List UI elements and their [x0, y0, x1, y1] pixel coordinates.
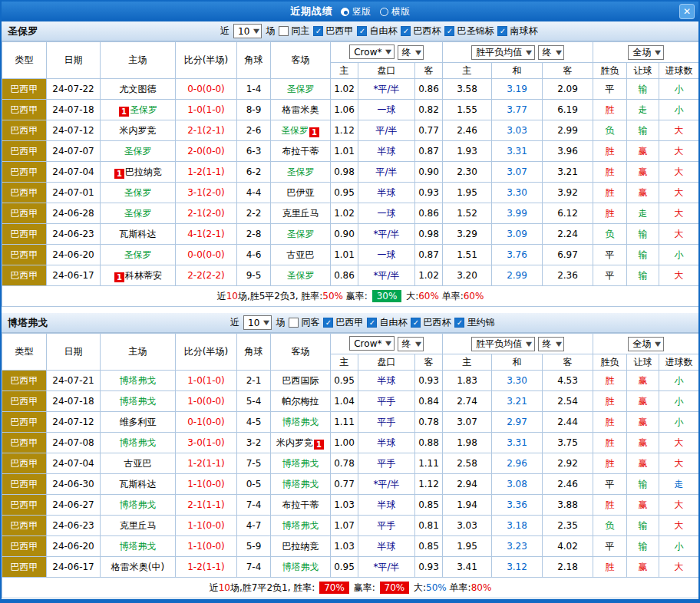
- team-name-text: 博塔弗戈: [120, 541, 157, 552]
- chevron-down-icon: ▼: [526, 49, 532, 56]
- away-odds-cell: 0.77: [415, 120, 443, 141]
- home-team-cell: 圣保罗: [101, 141, 176, 162]
- avg-home-cell: 2.58: [443, 453, 492, 474]
- corner-cell: 3-2: [237, 433, 271, 453]
- avg-draw-cell: 2.96: [492, 453, 543, 474]
- avg-away-cell: 2.92: [543, 453, 593, 474]
- goals-result-cell: 小: [659, 536, 699, 557]
- corner-cell: 2-1: [237, 371, 271, 391]
- goals-result-cell: 大: [659, 162, 699, 183]
- away-team-cell: 古亚巴: [271, 245, 331, 265]
- away-odds-cell: 0.86: [415, 203, 443, 224]
- team-name-text: 博塔弗戈: [120, 375, 157, 386]
- home-team-cell: 博塔弗戈: [101, 433, 176, 453]
- score-cell: 1-0(1-0): [176, 100, 237, 120]
- home-team-cell: 瓦斯科达: [101, 474, 176, 495]
- result-cell: 胜: [593, 391, 627, 412]
- handicap-result-cell: 输: [627, 265, 659, 286]
- odds-final-select[interactable]: 终▼: [398, 337, 424, 351]
- date-cell: 24-06-20: [47, 536, 101, 557]
- results-table: 类型日期主场比分(半场)角球客场Crow*▼终▼胜平负均值▼终▼全场▼主盘口客主…: [2, 333, 699, 598]
- league-checkbox[interactable]: 巴西甲: [323, 316, 363, 329]
- avg-home-cell: 1.94: [443, 495, 492, 516]
- avg-final-select[interactable]: 终▼: [538, 337, 564, 351]
- team-name-text: 米内罗竞: [120, 125, 157, 136]
- match-row: 巴西甲24-06-30瓦斯科达1-1(0-0)0-5博塔弗戈0.77*平/半1.…: [2, 474, 699, 495]
- subheader-avg-draw: 和: [492, 63, 543, 79]
- home-team-cell: 博塔弗戈: [101, 495, 176, 516]
- table-body: 巴西甲24-07-21博塔弗戈1-0(1-0)2-1巴西国际0.95半球0.93…: [2, 371, 699, 598]
- chevron-down-icon: ▼: [556, 341, 562, 348]
- subheader-goals: 进球数: [659, 354, 699, 371]
- close-button[interactable]: ✕: [679, 4, 695, 19]
- away-odds-cell: 0.87: [415, 245, 443, 265]
- col-corner: 角球: [237, 42, 271, 79]
- odds-source-select[interactable]: Crow*▼: [349, 336, 394, 351]
- radio-option-label: 竖版: [352, 5, 371, 18]
- col-away: 客场: [271, 42, 331, 79]
- home-odds-cell: 0.95: [331, 183, 358, 203]
- away-odds-cell: 1.11: [415, 453, 443, 474]
- handicap-cell: 平/半: [358, 120, 415, 141]
- league-checkbox[interactable]: 巴西甲: [313, 25, 353, 38]
- team-name-text: 布拉干蒂: [282, 146, 319, 157]
- avg-select[interactable]: 胜平负均值▼: [471, 45, 534, 60]
- same-venue-checkbox[interactable]: 同主: [279, 25, 309, 38]
- date-cell: 24-07-08: [47, 433, 101, 453]
- away-odds-cell: 1.12: [415, 474, 443, 495]
- avg-away-cell: 6.97: [543, 245, 593, 265]
- sections-container: 圣保罗近10▼场同主巴西甲自由杯巴西杯巴圣锦标南球杯类型日期主场比分(半场)角球…: [2, 21, 698, 598]
- league-checkbox[interactable]: 巴西杯: [411, 316, 451, 329]
- avg-select[interactable]: 胜平负均值▼: [471, 337, 534, 351]
- avg-draw-cell: 3.07: [492, 162, 543, 183]
- away-odds-cell: 0.90: [415, 162, 443, 183]
- avg-home-cell: 1.83: [443, 371, 492, 391]
- avg-final-select[interactable]: 终▼: [538, 45, 564, 60]
- avg-home-cell: 1.98: [443, 433, 492, 453]
- odds-final-select[interactable]: 终▼: [398, 45, 424, 60]
- match-count-select[interactable]: 10▼: [243, 315, 272, 330]
- avg-away-cell: 3.21: [543, 162, 593, 183]
- odds-source-select[interactable]: Crow*▼: [349, 44, 394, 59]
- league-cell: 巴西甲: [2, 224, 47, 245]
- away-team-cell: 巴伊亚: [271, 183, 331, 203]
- section-header-bar: 博塔弗戈近10▼场同客巴西甲自由杯巴西杯里约锦: [2, 313, 698, 333]
- subheader-odds-away: 客: [415, 354, 443, 371]
- subheader-avg-home: 主: [443, 354, 492, 371]
- chevron-down-icon: ▼: [386, 48, 392, 55]
- away-team-cell: 博塔弗戈: [271, 516, 331, 536]
- league-checkbox[interactable]: 里约锦: [454, 316, 494, 329]
- match-count-select[interactable]: 10▼: [233, 24, 262, 38]
- league-cell: 巴西甲: [2, 265, 47, 286]
- rank-badge: 1: [114, 169, 124, 179]
- avg-home-cell: 2.30: [443, 162, 492, 183]
- handicap-cell: *平/半: [358, 474, 415, 495]
- avg-draw-cell: 3.77: [492, 100, 543, 120]
- match-row: 巴西甲24-07-08博塔弗戈3-0(1-0)3-2米内罗竞11.00半球0.8…: [2, 433, 699, 453]
- league-checkbox[interactable]: 南球杯: [497, 25, 537, 38]
- handicap-cell: *平/半: [358, 557, 415, 578]
- league-checkbox[interactable]: 自由杯: [357, 25, 397, 38]
- same-venue-checkbox[interactable]: 同客: [289, 316, 319, 329]
- team-section-2: 博塔弗戈近10▼场同客巴西甲自由杯巴西杯里约锦类型日期主场比分(半场)角球客场C…: [2, 313, 698, 598]
- league-checkbox-label: 南球杯: [510, 25, 537, 38]
- layout-radio-1[interactable]: 横版: [380, 5, 410, 18]
- team-name-text: 圣保罗: [287, 229, 315, 239]
- scope-select[interactable]: 全场▼: [628, 45, 663, 60]
- scope-select[interactable]: 全场▼: [628, 337, 663, 351]
- odds-final-select-value: 终: [402, 46, 411, 59]
- handicap-cell: *平/半: [358, 265, 415, 286]
- corner-cell: 2-2: [237, 203, 271, 224]
- summary-segment: 30%: [372, 290, 402, 302]
- away-odds-cell: 0.81: [415, 516, 443, 536]
- window-title: 近期战绩: [290, 5, 333, 18]
- date-cell: 24-06-30: [47, 474, 101, 495]
- subheader-goals: 进球数: [659, 63, 699, 79]
- league-checkbox[interactable]: 巴圣锦标: [444, 25, 494, 38]
- layout-radio-0[interactable]: 竖版: [341, 5, 371, 18]
- avg-home-cell: 1.55: [443, 100, 492, 120]
- league-checkbox[interactable]: 自由杯: [367, 316, 407, 329]
- league-checkbox[interactable]: 巴西杯: [401, 25, 441, 38]
- score-cell: 0-1(0-0): [176, 412, 237, 433]
- result-cell: 胜: [593, 100, 627, 120]
